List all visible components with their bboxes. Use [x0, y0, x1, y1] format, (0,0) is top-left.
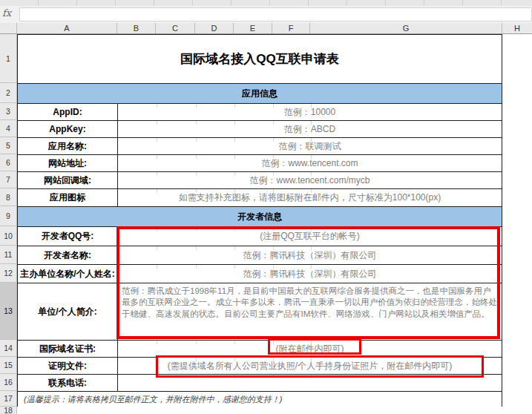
- row-header-8[interactable]: 8: [0, 188, 17, 206]
- column-header-f[interactable]: F: [272, 23, 310, 33]
- row-header-17[interactable]: 17: [0, 391, 17, 407]
- appkey-label-cell[interactable]: AppKey:: [18, 121, 118, 137]
- organizer-name-label-cell[interactable]: 主办单位名称/个人姓名:: [18, 265, 118, 283]
- column-header-h[interactable]: H: [502, 23, 532, 33]
- app-icon-label-cell[interactable]: 应用图标: [18, 189, 118, 206]
- section-header-developer-info-cell[interactable]: 开发者信息: [18, 207, 502, 226]
- appkey-value-cell[interactable]: 范例：ABCD: [118, 121, 502, 137]
- row-header-9[interactable]: 9: [0, 206, 17, 226]
- red-highlight-box-developer-fields: [116, 226, 500, 339]
- red-highlight-box-domain-certificate: [268, 338, 361, 355]
- column-header-e[interactable]: E: [234, 23, 272, 33]
- column-headers: A B C D E F G H: [0, 23, 532, 34]
- proof-documents-label-cell[interactable]: 证明文件:: [18, 358, 118, 374]
- red-highlight-box-proof-documents: [156, 355, 484, 378]
- row-header-2[interactable]: 2: [0, 83, 17, 103]
- row-header-13-selected[interactable]: 13: [0, 283, 17, 340]
- form-row-app-name: 应用名称: 范例：联调测试: [18, 138, 502, 155]
- sheet-grid: 1 2 3 4 5 6 7 8 9 10 11 12 13 14 15 16 1…: [0, 34, 532, 414]
- form-title-cell[interactable]: 国际域名接入QQ互联申请表: [18, 35, 502, 83]
- section-header-developer-info: 开发者信息: [18, 207, 502, 227]
- form-title-row: 国际域名接入QQ互联申请表: [18, 35, 502, 84]
- spreadsheet-app: fx A B C D E F G H 1 2 3 4 5 6 7 8 9 10 …: [0, 0, 532, 414]
- row-header-15[interactable]: 15: [0, 357, 17, 374]
- column-header-a[interactable]: A: [17, 23, 117, 33]
- contact-phone-label-cell[interactable]: 联系电话:: [18, 375, 118, 391]
- developer-name-label-cell[interactable]: 开发者名称:: [18, 246, 118, 264]
- row-header-5[interactable]: 5: [0, 137, 17, 154]
- empty-row-18-area[interactable]: [17, 407, 532, 414]
- row-header-4[interactable]: 4: [0, 120, 17, 137]
- form-row-appid: AppID: 范例：10000: [18, 104, 502, 121]
- row-headers: 1 2 3 4 5 6 7 8 9 10 11 12 13 14 15 16 1…: [0, 34, 17, 414]
- row-header-3[interactable]: 3: [0, 103, 17, 120]
- footer-note-cell[interactable]: (温馨提示：请将表格拷贝至邮件正文，并附在附件中，感谢您的支持！): [18, 392, 502, 407]
- row-header-7[interactable]: 7: [0, 171, 17, 188]
- row-header-6[interactable]: 6: [0, 154, 17, 171]
- site-url-value-cell[interactable]: 范例：www.tencent.com: [118, 155, 502, 171]
- row-header-14[interactable]: 14: [0, 340, 17, 357]
- callback-domain-value-cell[interactable]: 范例：www.tencent.com/mycb: [118, 172, 502, 188]
- ribbon-bottom-strip: [0, 0, 532, 6]
- formula-input[interactable]: [19, 7, 532, 22]
- empty-column-h-area[interactable]: [502, 34, 532, 414]
- form-row-site-url: 网站地址: 范例：www.tencent.com: [18, 155, 502, 172]
- row-header-18[interactable]: 18: [0, 407, 17, 414]
- app-name-label-cell[interactable]: 应用名称:: [18, 138, 118, 154]
- column-header-g[interactable]: G: [310, 23, 502, 33]
- app-icon-value-cell[interactable]: 如需支持补充图标，请将图标附在邮件内，尺寸标准为100*100(px): [118, 189, 502, 206]
- form-row-callback-domain: 网站回调域: 范例：www.tencent.com/mycb: [18, 172, 502, 189]
- application-form-table: 国际域名接入QQ互联申请表 应用信息 AppID: 范例：10000 AppKe…: [17, 34, 502, 407]
- select-all-corner[interactable]: [0, 23, 17, 33]
- appid-label-cell[interactable]: AppID:: [18, 104, 118, 120]
- app-name-value-cell[interactable]: 范例：联调测试: [118, 138, 502, 154]
- fx-icon: fx: [2, 7, 11, 19]
- column-header-c[interactable]: C: [156, 23, 195, 33]
- site-url-label-cell[interactable]: 网站地址:: [18, 155, 118, 171]
- section-header-app-info: 应用信息: [18, 84, 502, 104]
- column-header-b[interactable]: B: [117, 23, 156, 33]
- row-header-1[interactable]: 1: [0, 34, 17, 83]
- row-header-12[interactable]: 12: [0, 264, 17, 283]
- formula-bar: fx: [0, 6, 532, 23]
- form-row-appkey: AppKey: 范例：ABCD: [18, 121, 502, 138]
- appid-value-cell[interactable]: 范例：10000: [118, 104, 502, 120]
- row-header-16[interactable]: 16: [0, 374, 17, 391]
- profile-label-cell[interactable]: 单位/个人简介:: [18, 283, 118, 340]
- row-header-10[interactable]: 10: [0, 226, 17, 246]
- developer-qq-label-cell[interactable]: 开发者QQ号:: [18, 227, 118, 246]
- form-footer-note-row: (温馨提示：请将表格拷贝至邮件正文，并附在附件中，感谢您的支持！): [18, 392, 502, 407]
- domain-certificate-label-cell[interactable]: 国际域名证书:: [18, 341, 118, 357]
- row-header-11[interactable]: 11: [0, 246, 17, 264]
- form-row-app-icon: 应用图标 如需支持补充图标，请将图标附在邮件内，尺寸标准为100*100(px): [18, 189, 502, 207]
- section-header-app-info-cell[interactable]: 应用信息: [18, 84, 502, 103]
- column-header-d[interactable]: D: [195, 23, 234, 33]
- callback-domain-label-cell[interactable]: 网站回调域:: [18, 172, 118, 188]
